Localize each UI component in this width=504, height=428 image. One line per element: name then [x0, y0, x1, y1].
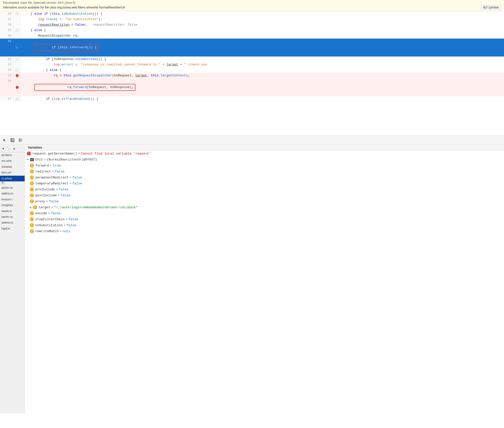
line-content-59: } else {: [21, 28, 504, 33]
var-value-rewritematch: null: [63, 229, 70, 233]
target-expand[interactable]: ▶: [30, 206, 32, 209]
field-badge-temporaryredirect: f: [30, 181, 34, 185]
copy-icon[interactable]: ⧉: [1, 181, 4, 185]
var-item-rewritematch[interactable]: f rewriteMatch = null: [25, 228, 504, 234]
var-equals-target: =: [51, 206, 53, 209]
field-badge-nosubstitution: f: [30, 223, 34, 227]
breakpoint-icon-65[interactable]: [16, 74, 19, 77]
var-item-temporaryredirect[interactable]: f temporaryRedirect = false: [25, 180, 504, 186]
sidebar-item-5[interactable]: pache.ca: [0, 185, 25, 191]
var-item-permanentredirect[interactable]: f permanentRedirect = false: [25, 174, 504, 180]
sidebar-item-11[interactable]: atalina.co: [0, 220, 25, 225]
var-name-this: this: [35, 158, 43, 161]
line-number-67: 67: [0, 96, 14, 102]
code-line-60: 60 RequestDispatcher rq;: [0, 33, 504, 39]
var-value-target: "/;/auth/login/embeddedauthbroker/callba…: [54, 206, 137, 209]
line-content-65: rq = this.getRequestDispatcher(hsRequest…: [21, 73, 504, 78]
variables-title: Variables: [28, 146, 42, 149]
var-name-preinclude: preInclude: [35, 188, 55, 191]
sidebar-item-4[interactable]: rs.urlrew: [0, 176, 25, 181]
var-equals-postinclude: =: [58, 194, 60, 197]
arrow-icon-61: [16, 46, 19, 49]
var-item-postinclude[interactable]: f postInclude = false: [25, 192, 504, 198]
gutter-67: ▾: [14, 96, 21, 102]
line-content-56: } else if (this.isNoSubstitution()) {: [21, 11, 504, 17]
sidebar-item-8[interactable]: oringfram: [0, 202, 25, 208]
var-item-forward[interactable]: f forward = true: [25, 162, 504, 168]
add-button[interactable]: +: [12, 147, 16, 151]
sidebar-item-12[interactable]: log4j.w: [0, 226, 25, 231]
gutter-60: [14, 33, 21, 39]
var-item-redirect[interactable]: f redirect = false: [25, 168, 504, 174]
var-item-stopfilterchain[interactable]: f stopFilterChain = false: [25, 216, 504, 222]
cursor-icon[interactable]: [2, 138, 7, 143]
var-value-nosubstitution: false: [66, 223, 76, 227]
var-value-stopfilterchain: false: [68, 217, 78, 221]
var-equals-temporaryredirect: =: [69, 182, 71, 185]
var-item-encode[interactable]: f encode = false: [25, 210, 504, 216]
table-icon[interactable]: [10, 138, 15, 143]
field-badge-rewritematch: f: [30, 229, 34, 233]
code-line-61: 61 if (this.isForward()) {: [0, 39, 504, 56]
error-badge: !: [27, 152, 31, 156]
fold-icon-56[interactable]: ▾: [16, 12, 19, 15]
sidebar-item-6[interactable]: atalina.co: [0, 191, 25, 196]
var-item-target[interactable]: ▶ f target = "/;/auth/login/embeddedauth…: [25, 204, 504, 210]
editor-area: 56 ▾ } else if (this.isNoSubstitution())…: [0, 11, 504, 136]
var-item-nosubstitution[interactable]: f noSubstitution = false: [25, 222, 504, 228]
breakpoint-icon-66[interactable]: [16, 86, 19, 89]
var-item-preinclude[interactable]: f preInclude = false: [25, 186, 504, 192]
field-badge-permanentredirect: f: [30, 175, 34, 179]
sidebar-item-2[interactable]: (lrewrite): [0, 164, 25, 170]
code-line-66: 66 rq.forward(hsRequest, hsResponse);: [0, 78, 504, 96]
field-badge-postinclude: f: [30, 193, 34, 197]
line-number-59: 59: [0, 28, 14, 33]
line-number-60: 60: [0, 33, 14, 39]
field-badge-stopfilterchain: f: [30, 217, 34, 221]
down-button[interactable]: ↓: [6, 147, 11, 151]
line-content-60: RequestDispatcher rq;: [21, 33, 504, 39]
var-name-temporaryredirect: temporaryRedirect: [35, 182, 68, 185]
fold-icon-64[interactable]: ▾: [16, 69, 19, 72]
var-name-postinclude: postInclude: [35, 194, 57, 197]
gutter-57: [14, 17, 21, 22]
var-item-proxy[interactable]: f proxy = false: [25, 198, 504, 204]
var-equals-stopfilterchain: =: [65, 217, 67, 221]
line-number-57: 57: [0, 17, 14, 22]
var-name-rewritematch: rewriteMatch: [35, 229, 59, 233]
line-number-66: 66: [0, 78, 14, 96]
fold-icon-67[interactable]: ▾: [16, 98, 19, 101]
this-expand[interactable]: ▼: [27, 158, 29, 161]
field-badge-encode: f: [30, 211, 34, 215]
fold-icon-62[interactable]: ▾: [16, 58, 19, 61]
gutter-58: [14, 22, 21, 28]
sidebar-item-3[interactable]: lters.urlr: [0, 170, 25, 175]
var-name-encode: encode: [35, 212, 47, 215]
code-line-57: 57 log.trace( o: "no substitution");: [0, 17, 504, 22]
sidebar-item-1[interactable]: ers.urlre: [0, 158, 25, 164]
var-value-proxy: false: [49, 200, 59, 203]
gutter-59: ▾: [14, 28, 21, 33]
code-line-59: 59 ▾ } else {: [0, 28, 504, 33]
var-equals-redirect: =: [52, 170, 54, 173]
sidebar-item-0[interactable]: eb.filters: [0, 152, 25, 158]
var-item-this[interactable]: ▼ ≡ this = {NormalRewrittenUrl@97057}: [25, 157, 504, 162]
var-equals-forward: =: [50, 164, 52, 167]
line-content-61: if (this.isForward()) {: [21, 39, 504, 56]
sidebar-item-9[interactable]: ework.w: [0, 208, 25, 214]
sidebar-item-7[interactable]: horizon.c: [0, 197, 25, 202]
decompiled-text: Decompiled .class file, bytecode version…: [3, 1, 501, 4]
list-icon[interactable]: [18, 138, 23, 143]
var-value-forward: true: [53, 164, 61, 167]
filter-button[interactable]: ▼: [1, 147, 5, 151]
var-item-error[interactable]: ! request.getServerName() = Cannot find …: [25, 151, 504, 157]
var-name-nosubstitution: noSubstitution: [35, 223, 63, 227]
line-content-58: requestRewritten = false; requestRewritt…: [21, 22, 504, 28]
line-number-58: 58: [0, 22, 14, 28]
sidebar-item-10[interactable]: pache.ca: [0, 214, 25, 220]
line-content-63: log.error( o: "response is comitted cann…: [21, 62, 504, 67]
top-banner: Decompiled .class file, bytecode version…: [0, 0, 504, 11]
code-line-63: 63 log.error( o: "response is comitted c…: [0, 62, 504, 67]
code-line-56: 56 ▾ } else if (this.isNoSubstitution())…: [0, 11, 504, 17]
fold-icon-59[interactable]: ▾: [16, 29, 19, 32]
